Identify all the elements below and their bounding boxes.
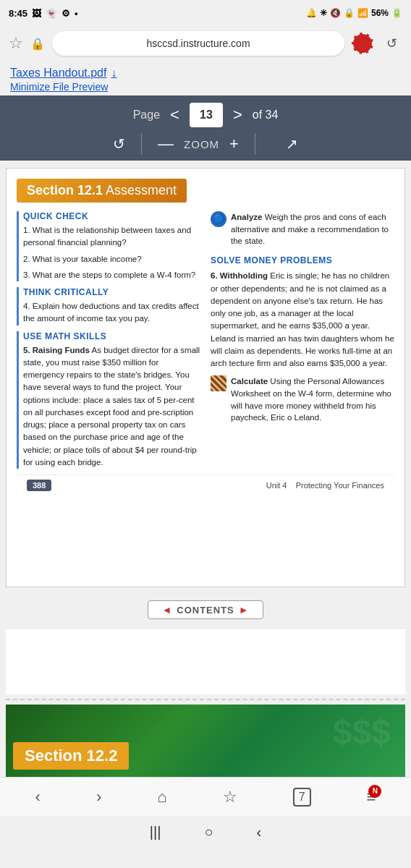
system-menu-button[interactable]: ||| — [150, 824, 161, 841]
bottom-navigation: ‹ › ⌂ ☆ 7 ≡ N — [0, 777, 411, 816]
contents-right-arrow: ► — [239, 604, 250, 616]
question-4: 4. Explain how deductions and tax credit… — [23, 300, 200, 326]
bookmark-icon: ☆ — [223, 788, 237, 807]
question-6: 6. Withholding Eric is single; he has no… — [211, 270, 394, 370]
home-icon: ⌂ — [157, 788, 166, 807]
back-button[interactable]: ‹ — [35, 788, 41, 807]
zoom-out-button[interactable]: — — [158, 135, 174, 153]
forward-button[interactable]: › — [96, 788, 101, 807]
rotate-button[interactable]: ↺ — [113, 135, 125, 153]
quick-check-section: QUICK CHECK 1. What is the relationship … — [17, 211, 200, 281]
math-skills-title: USE MATH SKILLS — [23, 331, 200, 341]
bluetooth-icon: ✳ — [320, 8, 327, 18]
divider2 — [255, 133, 255, 155]
math-skills-section: USE MATH SKILLS 5. Raising Funds As budg… — [17, 331, 200, 469]
analyze-bold: Analyze — [231, 213, 262, 221]
signal-icon: 📶 — [357, 8, 368, 18]
battery-icon: 🔋 — [391, 8, 402, 18]
menu-button[interactable]: ≡ N — [367, 788, 376, 807]
expand-button[interactable]: ↗ — [286, 135, 298, 153]
solve-money-title: SOLVE MONEY PROBLEMS — [211, 255, 394, 267]
browser-lock-icon: 🔒 — [30, 37, 45, 51]
canvas-icon[interactable] — [352, 33, 373, 54]
page-separator — [6, 699, 405, 700]
system-back-button[interactable]: ‹ — [257, 824, 262, 841]
question-5: 5. Raising Funds As budget director for … — [23, 344, 200, 469]
zoom-in-button[interactable]: + — [229, 135, 239, 153]
status-right: 🔔 ✳ 🔇 🔒 📶 56% 🔋 — [306, 8, 402, 18]
settings-icon: ⚙ — [62, 8, 70, 19]
q6-text: Eric is single; he has no children or ot… — [211, 271, 394, 367]
calculate-box: Calculate Using the Personal Allowances … — [211, 375, 394, 424]
pdf-footer: 388 Unit 4 Protecting Your Finances — [17, 475, 394, 495]
notification-badge: N — [368, 785, 381, 798]
section-header: Section 12.1 Assessment — [17, 179, 394, 211]
current-page-number: 13 — [200, 109, 213, 122]
contents-label: CONTENTS — [177, 605, 234, 616]
alarm-icon: 🔔 — [306, 8, 317, 18]
home-button[interactable]: ⌂ — [157, 788, 166, 807]
minimize-text: Minimize File Preview — [10, 81, 108, 93]
right-column: 🔵 Analyze Weigh the pros and cons of eac… — [211, 211, 394, 475]
quick-check-title: QUICK CHECK — [23, 211, 200, 221]
tabs-count: 7 — [293, 788, 311, 807]
volume-icon: 🔇 — [330, 8, 341, 18]
gap-area — [6, 629, 405, 694]
question-3: 3. What are the steps to complete a W-4 … — [23, 269, 200, 281]
back-icon: ‹ — [35, 788, 41, 807]
url-text: hsccsd.instructure.com — [146, 38, 250, 49]
minimize-link[interactable]: Minimize File Preview — [10, 81, 401, 93]
section-number: Section 12.1 — [27, 183, 103, 197]
snapchat-icon: 👻 — [46, 8, 57, 19]
calc-bold: Calculate — [231, 377, 268, 386]
current-page-box[interactable]: 13 — [190, 103, 223, 127]
unit-description: Protecting Your Finances — [296, 481, 384, 490]
page-header: Taxes Handout.pdf ↓ Minimize File Previe… — [0, 61, 411, 95]
question-1: 1. What is the relationship between taxe… — [23, 224, 200, 250]
time-display: 8:45 — [9, 8, 27, 19]
photo-icon: 🖼 — [32, 8, 41, 19]
total-pages: of 34 — [253, 109, 279, 122]
zoom-label: ZOOM — [184, 138, 219, 150]
unit-label: Unit 4 — [266, 481, 287, 490]
q5-title: 5. Raising Funds — [23, 346, 90, 354]
file-title[interactable]: Taxes Handout.pdf ↓ — [10, 67, 401, 80]
money-watermark: $$$ — [333, 712, 391, 752]
left-column: QUICK CHECK 1. What is the relationship … — [17, 211, 200, 475]
system-home-button[interactable]: ○ — [204, 824, 213, 841]
q5-text: As budget director for a small state, yo… — [23, 346, 200, 467]
content-columns: QUICK CHECK 1. What is the relationship … — [17, 211, 394, 475]
pdf-content-area: Section 12.1 Assessment QUICK CHECK 1. W… — [6, 168, 405, 587]
refresh-button[interactable]: ↺ — [381, 33, 402, 54]
bookmark-button[interactable]: ☆ — [223, 788, 237, 807]
unit-text: Unit 4 Protecting Your Finances — [266, 481, 384, 490]
think-critically-section: THINK CRITICALLY 4. Explain how deductio… — [17, 287, 200, 326]
contents-button[interactable]: ◄ CONTENTS ► — [148, 600, 263, 619]
tabs-button[interactable]: 7 — [293, 788, 311, 807]
analyze-text: Analyze Weigh the pros and cons of each … — [231, 211, 394, 247]
section-title-text: Assessment — [103, 183, 177, 197]
calculate-text: Calculate Using the Personal Allowances … — [231, 375, 394, 424]
url-bar[interactable]: hsccsd.instructure.com — [52, 31, 344, 56]
q6-title: 6. Withholding — [211, 271, 268, 280]
pdf-toolbar: Page < 13 > of 34 ↺ — ZOOM + ↗ — [0, 95, 411, 161]
prev-page-button[interactable]: < — [170, 106, 179, 124]
think-critically-title: THINK CRITICALLY — [23, 287, 200, 297]
next-section-preview: $$$ Section 12.2 — [6, 705, 405, 777]
page-label: Page — [133, 109, 160, 122]
section-title: Section 12.1 Assessment — [17, 179, 187, 203]
home-indicator: ||| ○ ‹ — [0, 816, 411, 848]
filename-text: Taxes Handout.pdf — [10, 67, 106, 80]
browser-bar: ☆ 🔒 hsccsd.instructure.com ↺ — [0, 26, 411, 61]
analyze-icon: 🔵 — [211, 211, 226, 227]
divider1 — [141, 133, 142, 155]
page-navigation: Page < 13 > of 34 — [133, 103, 279, 127]
battery-display: 56% — [371, 8, 389, 18]
zoom-controls: ↺ — ZOOM + ↗ — [113, 133, 298, 155]
star-icon[interactable]: ☆ — [9, 34, 23, 53]
dot-indicator: • — [75, 8, 78, 19]
question-2: 2. What is your taxable income? — [23, 253, 200, 265]
next-page-button[interactable]: > — [233, 106, 242, 124]
download-icon[interactable]: ↓ — [111, 67, 116, 80]
status-bar: 8:45 🖼 👻 ⚙ • 🔔 ✳ 🔇 🔒 📶 56% 🔋 — [0, 0, 411, 26]
